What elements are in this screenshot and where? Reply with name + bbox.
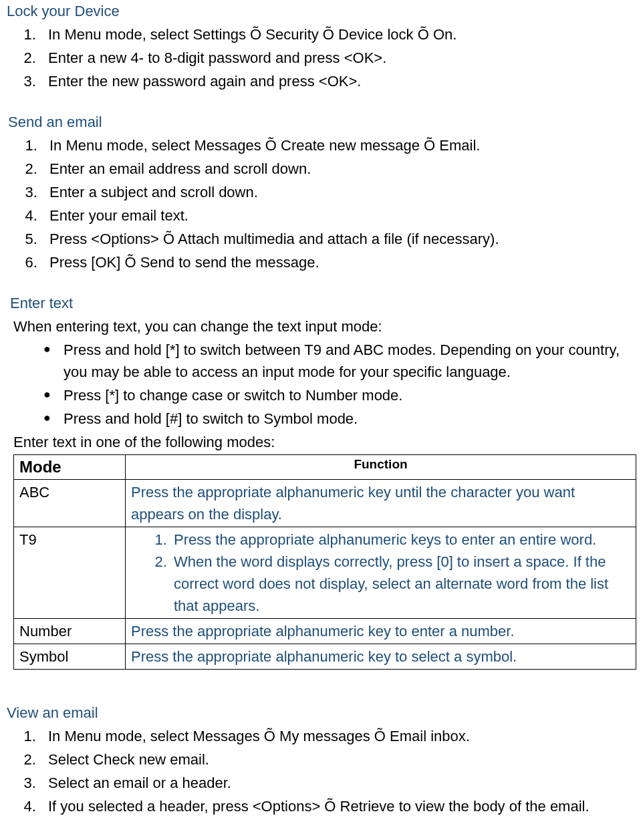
list-item: Select an email or a header.	[40, 772, 636, 794]
steps-send-email: In Menu mode, select Messages Õ Create n…	[41, 134, 636, 273]
list-item: Press [OK] Õ Send to send the message.	[41, 251, 636, 273]
cell-function: Press the appropriate alphanumeric key t…	[126, 619, 636, 644]
table-row: Symbol Press the appropriate alphanumeri…	[14, 644, 636, 670]
section-view-email: View an email In Menu mode, select Messa…	[7, 702, 636, 817]
cell-mode: ABC	[14, 480, 126, 527]
cell-mode: Number	[14, 619, 126, 644]
list-item: Select Check new email.	[40, 748, 636, 771]
modes-table: Mode Function ABC Press the appropriate …	[13, 454, 636, 670]
cell-mode: Symbol	[14, 644, 126, 670]
header-function: Function	[126, 455, 636, 480]
list-item: Press and hold [#] to switch to Symbol m…	[43, 408, 636, 430]
table-header-row: Mode Function	[14, 455, 636, 480]
list-item: If you selected a header, press <Options…	[40, 795, 636, 817]
cell-function: Press the appropriate alphanumeric key u…	[126, 480, 636, 527]
list-item: Enter an email address and scroll down.	[41, 158, 636, 180]
list-item: Enter the new password again and press <…	[40, 70, 636, 92]
list-item: In Menu mode, select Messages Õ My messa…	[40, 725, 636, 747]
heading-view-email: View an email	[7, 702, 636, 724]
cell-mode: T9	[14, 527, 126, 619]
steps-lock-device: In Menu mode, select Settings Õ Security…	[40, 23, 636, 92]
list-item: In Menu mode, select Messages Õ Create n…	[41, 134, 636, 156]
list-item: Press <Options> Õ Attach multimedia and …	[41, 228, 636, 250]
section-enter-text: Enter text When entering text, you can c…	[10, 292, 636, 670]
list-item: Enter your email text.	[41, 204, 636, 227]
section-lock-device: Lock your Device In Menu mode, select Se…	[7, 0, 636, 92]
heading-enter-text: Enter text	[10, 292, 636, 314]
outro-text: Enter text in one of the following modes…	[13, 431, 636, 453]
list-item: Enter a subject and scroll down.	[41, 181, 636, 203]
list-item: Press the appropriate alphanumeric keys …	[171, 529, 630, 551]
list-item: Press and hold [*] to switch between T9 …	[43, 339, 636, 383]
cell-function: Press the appropriate alphanumeric keys …	[126, 527, 636, 619]
cell-function: Press the appropriate alphanumeric key t…	[126, 644, 636, 670]
header-mode: Mode	[14, 455, 126, 480]
table-row: T9 Press the appropriate alphanumeric ke…	[14, 527, 636, 619]
section-send-email: Send an email In Menu mode, select Messa…	[8, 111, 636, 273]
intro-text: When entering text, you can change the t…	[13, 315, 636, 337]
table-row: Number Press the appropriate alphanumeri…	[14, 619, 636, 644]
heading-send-email: Send an email	[8, 111, 636, 133]
list-item: When the word displays correctly, press …	[171, 551, 630, 617]
table-row: ABC Press the appropriate alphanumeric k…	[14, 480, 636, 527]
heading-lock-device: Lock your Device	[7, 0, 636, 22]
list-item: Press [*] to change case or switch to Nu…	[43, 384, 636, 406]
bullets-enter-text: Press and hold [*] to switch between T9 …	[43, 339, 636, 430]
steps-view-email: In Menu mode, select Messages Õ My messa…	[40, 725, 636, 817]
list-item: In Menu mode, select Settings Õ Security…	[40, 23, 636, 45]
list-item: Enter a new 4- to 8-digit password and p…	[40, 47, 636, 69]
